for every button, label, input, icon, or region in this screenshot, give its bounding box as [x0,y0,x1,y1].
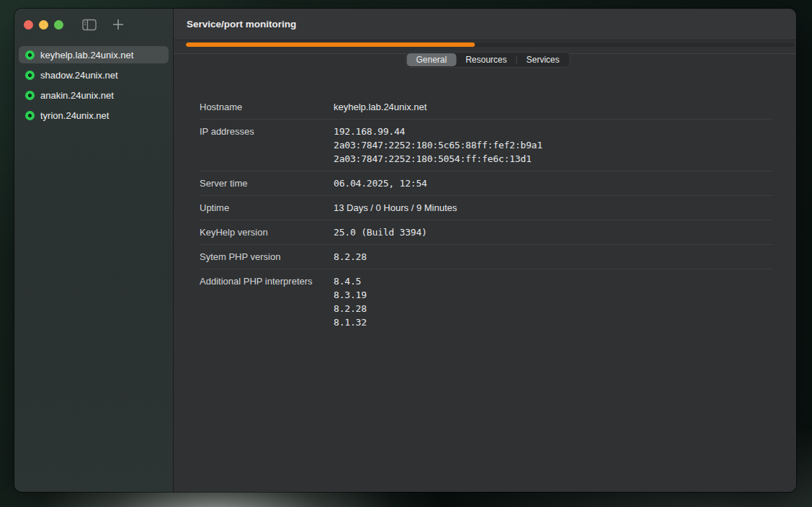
tab-services[interactable]: Services [517,53,569,66]
app-window: keyhelp.lab.24unix.net shadow.24unix.net… [14,9,796,492]
detail-row: Additional PHP interpreters 8.4.58.3.198… [200,269,772,334]
server-label: anakin.24unix.net [40,90,114,101]
progress-track [186,42,795,47]
general-panel: GeneralResourcesServices Hostname keyhel… [174,53,796,492]
sidebar-toolbar [14,9,173,40]
detail-row-label: KeyHelp version [200,225,334,239]
detail-row-label: Sytem PHP version [200,250,334,264]
detail-value: 06.04.2025, 12:54 [334,176,772,190]
detail-row-label: Additional PHP interpreters [200,274,334,329]
window-controls [24,20,63,30]
detail-row-values: keyhelp.lab.24unix.net [334,100,772,114]
detail-row-values: 13 Days / 0 Hours / 9 Minutes [334,201,772,215]
detail-row-label: Uptime [200,201,334,215]
detail-row: IP addresses 192.168.99.442a03:7847:2252… [200,120,772,171]
detail-row: Sytem PHP version 8.2.28 [200,245,772,269]
status-online-icon [25,91,35,100]
detail-row: Server time 06.04.2025, 12:54 [200,171,772,196]
close-button[interactable] [24,20,33,30]
server-label: tyrion.24unix.net [40,110,109,121]
detail-row-label: Hostname [200,100,334,114]
server-label: keyhelp.lab.24unix.net [40,50,133,60]
main-pane: Service/port monitoring GeneralResources… [174,9,796,492]
status-online-icon [25,71,35,80]
detail-value: 8.3.19 [334,288,772,302]
detail-row-values: 8.2.28 [334,250,772,264]
detail-row: Uptime 13 Days / 0 Hours / 9 Minutes [200,196,772,220]
sidebar-item-server[interactable]: anakin.24unix.net [19,86,169,104]
detail-value: keyhelp.lab.24unix.net [334,100,772,114]
detail-row-values: 25.0 (Build 3394) [334,225,772,239]
detail-row: Hostname keyhelp.lab.24unix.net [200,95,772,120]
detail-row-label: Server time [200,176,334,190]
zoom-button[interactable] [54,20,63,30]
detail-row-values: 06.04.2025, 12:54 [334,176,772,190]
server-label: shadow.24unix.net [40,70,118,81]
sidebar-item-server[interactable]: tyrion.24unix.net [19,107,169,124]
detail-value: 13 Days / 0 Hours / 9 Minutes [334,201,772,215]
server-list: keyhelp.lab.24unix.net shadow.24unix.net… [14,40,173,124]
tab-general[interactable]: General [406,53,456,66]
detail-value: 8.1.32 [334,315,772,329]
sidebar-item-server[interactable]: keyhelp.lab.24unix.net [19,46,169,63]
detail-row: KeyHelp version 25.0 (Build 3394) [200,220,772,245]
detail-row-values: 192.168.99.442a03:7847:2252:180:5c65:88f… [334,125,772,166]
sidebar: keyhelp.lab.24unix.net shadow.24unix.net… [14,9,174,492]
status-online-icon [25,111,35,120]
add-server-icon[interactable] [112,19,124,30]
detail-value: 8.2.28 [334,250,772,264]
sidebar-toggle-icon[interactable] [82,19,97,31]
detail-value: 2a03:7847:2252:180:5c65:88ff:fef2:b9a1 [334,138,772,152]
sidebar-item-server[interactable]: shadow.24unix.net [19,66,169,84]
detail-value: 25.0 (Build 3394) [334,225,772,239]
detail-value: 2a03:7847:2252:180:5054:ff:fe6c:13d1 [334,152,772,166]
window-title: Service/port monitoring [187,19,296,30]
detail-value: 192.168.99.44 [334,125,772,138]
tab-resources[interactable]: Resources [456,53,516,66]
detail-row-label: IP addresses [200,125,334,166]
progress-bar [186,42,795,47]
progress-fill [186,42,475,47]
detail-value: 8.4.5 [334,274,772,288]
tab-bar: GeneralResourcesServices [405,52,570,68]
status-online-icon [25,50,35,60]
minimize-button[interactable] [39,20,48,30]
main-titlebar: Service/port monitoring [174,9,796,40]
detail-row-values: 8.4.58.3.198.2.288.1.32 [334,274,772,329]
detail-rows: Hostname keyhelp.lab.24unix.net IP addre… [174,54,796,334]
detail-value: 8.2.28 [334,302,772,315]
